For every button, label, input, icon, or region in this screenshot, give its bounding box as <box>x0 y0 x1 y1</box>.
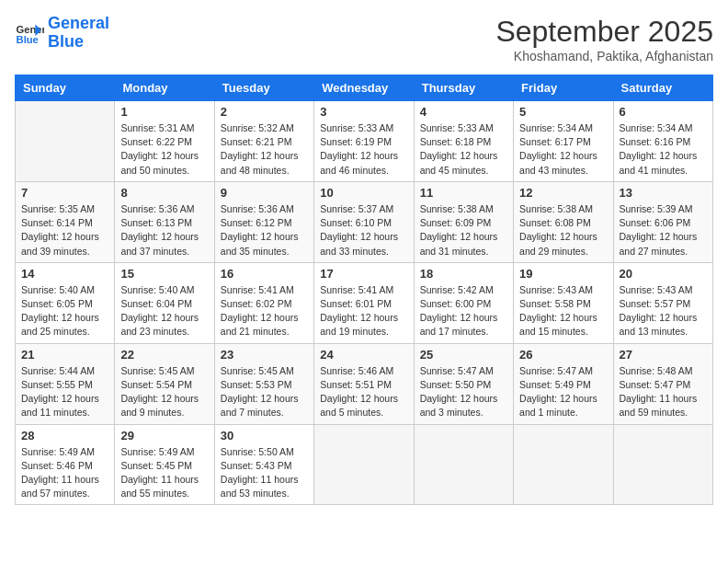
calendar-cell: 11Sunrise: 5:38 AMSunset: 6:09 PMDayligh… <box>414 181 513 262</box>
day-number: 12 <box>519 186 607 200</box>
calendar-cell: 26Sunrise: 5:47 AMSunset: 5:49 PMDayligh… <box>514 343 613 424</box>
day-info: Sunrise: 5:32 AMSunset: 6:21 PMDaylight:… <box>221 121 308 178</box>
day-number: 26 <box>519 348 607 362</box>
calendar-cell: 24Sunrise: 5:46 AMSunset: 5:51 PMDayligh… <box>314 343 414 424</box>
svg-text:Blue: Blue <box>17 34 39 45</box>
day-info: Sunrise: 5:38 AMSunset: 6:08 PMDaylight:… <box>519 202 607 259</box>
day-number: 29 <box>120 429 208 442</box>
day-number: 7 <box>21 186 108 200</box>
day-number: 8 <box>120 186 208 200</box>
calendar-cell <box>514 424 613 505</box>
calendar-table: SundayMondayTuesdayWednesdayThursdayFrid… <box>15 75 713 505</box>
day-info: Sunrise: 5:43 AMSunset: 5:57 PMDaylight:… <box>620 283 707 339</box>
day-number: 5 <box>519 105 607 119</box>
month-title: September 2025 <box>495 15 713 49</box>
day-info: Sunrise: 5:36 AMSunset: 6:12 PMDaylight:… <box>221 202 308 259</box>
day-info: Sunrise: 5:40 AMSunset: 6:05 PMDaylight:… <box>21 283 108 339</box>
calendar-week-row: 21Sunrise: 5:44 AMSunset: 5:55 PMDayligh… <box>16 343 713 424</box>
day-info: Sunrise: 5:46 AMSunset: 5:51 PMDaylight:… <box>320 364 407 420</box>
calendar-cell: 10Sunrise: 5:37 AMSunset: 6:10 PMDayligh… <box>314 181 414 262</box>
day-info: Sunrise: 5:39 AMSunset: 6:06 PMDaylight:… <box>620 202 707 259</box>
day-info: Sunrise: 5:48 AMSunset: 5:47 PMDaylight:… <box>620 364 707 420</box>
day-number: 4 <box>420 105 507 119</box>
day-info: Sunrise: 5:47 AMSunset: 5:50 PMDaylight:… <box>420 364 507 420</box>
title-area: September 2025 Khoshamand, Paktika, Afgh… <box>495 15 713 63</box>
calendar-cell: 23Sunrise: 5:45 AMSunset: 5:53 PMDayligh… <box>214 343 313 424</box>
day-number: 22 <box>120 348 208 362</box>
day-info: Sunrise: 5:33 AMSunset: 6:18 PMDaylight:… <box>420 121 507 178</box>
calendar-cell: 22Sunrise: 5:45 AMSunset: 5:54 PMDayligh… <box>115 343 214 424</box>
day-info: Sunrise: 5:41 AMSunset: 6:01 PMDaylight:… <box>320 283 407 339</box>
day-info: Sunrise: 5:34 AMSunset: 6:16 PMDaylight:… <box>620 121 707 178</box>
day-number: 15 <box>120 267 208 281</box>
day-number: 13 <box>620 186 707 200</box>
day-number: 27 <box>620 348 707 362</box>
day-number: 6 <box>620 105 707 119</box>
day-info: Sunrise: 5:49 AMSunset: 5:46 PMDaylight:… <box>21 445 108 501</box>
calendar-week-row: 14Sunrise: 5:40 AMSunset: 6:05 PMDayligh… <box>16 262 713 343</box>
calendar-header-row: SundayMondayTuesdayWednesdayThursdayFrid… <box>16 75 713 101</box>
calendar-cell: 5Sunrise: 5:34 AMSunset: 6:17 PMDaylight… <box>514 101 613 182</box>
day-number: 3 <box>320 105 407 119</box>
calendar-week-row: 7Sunrise: 5:35 AMSunset: 6:14 PMDaylight… <box>16 181 713 262</box>
calendar-cell: 1Sunrise: 5:31 AMSunset: 6:22 PMDaylight… <box>115 101 214 182</box>
day-info: Sunrise: 5:40 AMSunset: 6:04 PMDaylight:… <box>120 283 208 339</box>
col-header-sunday: Sunday <box>16 75 115 101</box>
day-number: 28 <box>21 429 108 442</box>
day-number: 18 <box>420 267 507 281</box>
col-header-tuesday: Tuesday <box>214 75 313 101</box>
col-header-wednesday: Wednesday <box>314 75 414 101</box>
calendar-cell: 30Sunrise: 5:50 AMSunset: 5:43 PMDayligh… <box>214 424 313 505</box>
calendar-cell: 6Sunrise: 5:34 AMSunset: 6:16 PMDaylight… <box>613 101 712 182</box>
day-info: Sunrise: 5:45 AMSunset: 5:53 PMDaylight:… <box>221 364 308 420</box>
day-info: Sunrise: 5:37 AMSunset: 6:10 PMDaylight:… <box>320 202 407 259</box>
day-info: Sunrise: 5:45 AMSunset: 5:54 PMDaylight:… <box>120 364 208 420</box>
calendar-cell <box>613 424 712 505</box>
calendar-cell: 25Sunrise: 5:47 AMSunset: 5:50 PMDayligh… <box>414 343 513 424</box>
day-number: 24 <box>320 348 407 362</box>
calendar-cell: 18Sunrise: 5:42 AMSunset: 6:00 PMDayligh… <box>414 262 513 343</box>
calendar-body: 1Sunrise: 5:31 AMSunset: 6:22 PMDaylight… <box>16 101 713 505</box>
col-header-thursday: Thursday <box>414 75 513 101</box>
calendar-cell: 28Sunrise: 5:49 AMSunset: 5:46 PMDayligh… <box>16 424 115 505</box>
location: Khoshamand, Paktika, Afghanistan <box>495 49 713 63</box>
day-info: Sunrise: 5:34 AMSunset: 6:17 PMDaylight:… <box>519 121 607 178</box>
calendar-cell <box>314 424 414 505</box>
day-number: 17 <box>320 267 407 281</box>
day-number: 25 <box>420 348 507 362</box>
calendar-cell <box>16 101 115 182</box>
col-header-monday: Monday <box>115 75 214 101</box>
day-info: Sunrise: 5:31 AMSunset: 6:22 PMDaylight:… <box>120 121 208 178</box>
day-number: 9 <box>221 186 308 200</box>
day-number: 14 <box>21 267 108 281</box>
day-number: 10 <box>320 186 407 200</box>
calendar-cell: 2Sunrise: 5:32 AMSunset: 6:21 PMDaylight… <box>214 101 313 182</box>
day-number: 11 <box>420 186 507 200</box>
col-header-saturday: Saturday <box>613 75 712 101</box>
calendar-cell: 9Sunrise: 5:36 AMSunset: 6:12 PMDaylight… <box>214 181 313 262</box>
logo-icon: General Blue <box>15 18 44 48</box>
logo-text-general: General <box>48 15 109 33</box>
calendar-cell: 3Sunrise: 5:33 AMSunset: 6:19 PMDaylight… <box>314 101 414 182</box>
day-number: 30 <box>221 429 308 442</box>
calendar-week-row: 1Sunrise: 5:31 AMSunset: 6:22 PMDaylight… <box>16 101 713 182</box>
day-number: 16 <box>221 267 308 281</box>
day-number: 20 <box>620 267 707 281</box>
day-number: 1 <box>120 105 208 119</box>
day-info: Sunrise: 5:42 AMSunset: 6:00 PMDaylight:… <box>420 283 507 339</box>
day-info: Sunrise: 5:41 AMSunset: 6:02 PMDaylight:… <box>221 283 308 339</box>
calendar-cell: 16Sunrise: 5:41 AMSunset: 6:02 PMDayligh… <box>214 262 313 343</box>
calendar-cell: 27Sunrise: 5:48 AMSunset: 5:47 PMDayligh… <box>613 343 712 424</box>
day-info: Sunrise: 5:36 AMSunset: 6:13 PMDaylight:… <box>120 202 208 259</box>
col-header-friday: Friday <box>514 75 613 101</box>
calendar-cell: 29Sunrise: 5:49 AMSunset: 5:45 PMDayligh… <box>115 424 214 505</box>
day-info: Sunrise: 5:47 AMSunset: 5:49 PMDaylight:… <box>519 364 607 420</box>
logo: General Blue General Blue <box>15 15 109 52</box>
calendar-cell: 21Sunrise: 5:44 AMSunset: 5:55 PMDayligh… <box>16 343 115 424</box>
calendar-cell: 14Sunrise: 5:40 AMSunset: 6:05 PMDayligh… <box>16 262 115 343</box>
day-info: Sunrise: 5:44 AMSunset: 5:55 PMDaylight:… <box>21 364 108 420</box>
calendar-cell: 12Sunrise: 5:38 AMSunset: 6:08 PMDayligh… <box>514 181 613 262</box>
day-number: 19 <box>519 267 607 281</box>
day-info: Sunrise: 5:35 AMSunset: 6:14 PMDaylight:… <box>21 202 108 259</box>
calendar-cell: 8Sunrise: 5:36 AMSunset: 6:13 PMDaylight… <box>115 181 214 262</box>
